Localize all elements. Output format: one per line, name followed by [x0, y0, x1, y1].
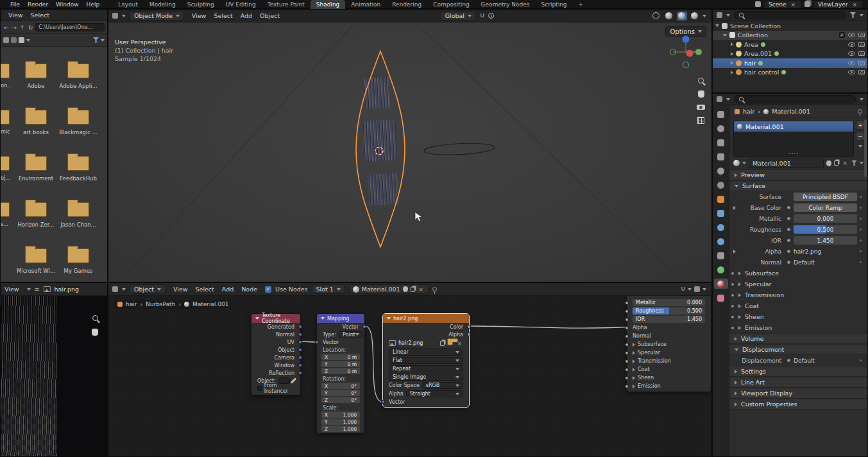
disable-render-icon[interactable] [858, 42, 865, 47]
editor-type-icon[interactable] [717, 12, 722, 18]
menu-item[interactable]: Select [210, 12, 236, 19]
path-field[interactable]: C:\Users\Jason\One... [35, 23, 105, 31]
folder-item[interactable]: Environment [15, 148, 57, 194]
property-row[interactable]: Roughness 0.500 [729, 224, 867, 235]
node-canvas[interactable]: hair › NurbsPath › Material.001 Texture … [108, 296, 711, 456]
property-row[interactable]: Surface Principled BSDF [729, 191, 867, 202]
mode-selector[interactable]: Object Mode [130, 11, 184, 21]
filter-icon[interactable] [93, 37, 99, 43]
shading-material-preview-button[interactable] [677, 12, 687, 21]
properties-tab[interactable] [714, 208, 728, 218]
property-value[interactable]: Default [794, 356, 857, 365]
remove-slot-button[interactable]: − [856, 132, 865, 141]
workspace-tab[interactable]: Rendering [386, 0, 427, 9]
location-value-field[interactable]: X0 m [321, 354, 360, 360]
expand-caret-icon[interactable] [731, 71, 733, 74]
panel-header[interactable]: Custom Properties [729, 399, 867, 410]
shading-caret-icon[interactable] [702, 15, 706, 17]
image-option-dropdown[interactable]: Linear [389, 349, 463, 356]
snap-magnet-icon[interactable]: ∩ [681, 286, 685, 293]
shading-rendered-button[interactable] [690, 12, 700, 21]
nav-forward-icon[interactable]: → [12, 24, 18, 31]
workspace-tab[interactable]: Scripting [536, 0, 573, 9]
workspace-tab[interactable]: Compositing [427, 0, 475, 9]
properties-tab[interactable] [714, 264, 728, 275]
image-option-dropdown[interactable]: Repeat [389, 365, 463, 372]
material-name-field[interactable]: Material.001 [749, 159, 824, 168]
pin-icon[interactable] [858, 109, 862, 114]
folder-item[interactable]: My Games [57, 241, 99, 282]
input-socket[interactable] [625, 301, 629, 305]
use-nodes-checkbox[interactable]: ✓ [265, 286, 271, 293]
resize-grip[interactable] [788, 153, 799, 155]
shading-wireframe-button[interactable] [651, 12, 661, 21]
options-caret-icon[interactable] [860, 98, 864, 101]
property-value[interactable]: 0.000 [794, 214, 857, 223]
bsdf-slider-row[interactable]: Metallic0.000 [627, 298, 711, 307]
fake-user-icon[interactable] [403, 286, 408, 292]
folder-item[interactable]: Jason Chan... [57, 194, 99, 241]
filter-caret-icon[interactable] [101, 39, 105, 42]
property-value[interactable]: Color Ramp [794, 203, 857, 212]
outliner-row[interactable]: Collection ✓ [713, 31, 867, 40]
animate-dot[interactable] [857, 229, 864, 230]
panel-preview[interactable]: Preview [729, 169, 867, 180]
hide-eye-icon[interactable] [848, 70, 855, 74]
collapse-caret-icon[interactable] [387, 317, 391, 320]
panel-displacement[interactable]: Displacement [729, 344, 867, 355]
rotation-value-field[interactable]: X0° [321, 383, 360, 389]
bsdf-section-row[interactable]: Transmission [627, 357, 711, 365]
nodetree-filter-icon[interactable] [851, 160, 857, 166]
exclude-checkbox[interactable]: ✓ [839, 32, 845, 38]
animate-dot[interactable] [857, 261, 864, 263]
subpanel-header[interactable]: Emission [729, 322, 867, 333]
shading-solid-button[interactable] [664, 12, 674, 21]
menu-item[interactable]: Help [83, 1, 104, 8]
unlink-material-icon[interactable]: × [418, 286, 425, 293]
outliner-row[interactable]: Area.001 ✓ [713, 49, 867, 59]
properties-tab[interactable] [714, 180, 728, 190]
material-slot-active[interactable]: Material.001 [734, 121, 853, 132]
expand-caret-icon[interactable] [731, 52, 733, 56]
expand-caret-icon[interactable] [633, 384, 635, 388]
remove-viewlayer-icon[interactable]: × [851, 1, 858, 8]
editor-type-icon[interactable] [112, 286, 118, 292]
hide-eye-icon[interactable] [848, 61, 855, 65]
menu-item[interactable]: View [4, 12, 27, 19]
unlink-material-icon[interactable]: × [841, 160, 849, 166]
animate-dot[interactable] [857, 196, 864, 198]
properties-tab[interactable] [714, 151, 728, 162]
image-option-dropdown[interactable]: Single Image [389, 374, 463, 381]
zoom-tool-icon[interactable] [698, 78, 704, 83]
output-socket[interactable] [298, 371, 302, 375]
hide-eye-icon[interactable] [848, 42, 855, 47]
hide-eye-icon[interactable] [848, 51, 855, 56]
bsdf-section-row[interactable]: Coat [627, 365, 711, 374]
properties-tab[interactable] [714, 236, 728, 246]
panel-socket[interactable] [625, 368, 629, 372]
bsdf-slider-row[interactable]: IOR1.450 [627, 315, 711, 323]
zoom-tool-icon[interactable] [92, 315, 98, 321]
bsdf-slider-row[interactable]: Roughness0.500 [627, 307, 711, 315]
disable-render-icon[interactable] [858, 70, 865, 74]
camera-view-icon[interactable] [697, 105, 705, 110]
properties-tab[interactable] [714, 166, 728, 176]
nav-back-icon[interactable]: ← [3, 24, 10, 31]
workspace-tab[interactable]: Geometry Nodes [475, 0, 536, 9]
viewport-3d[interactable]: Object Mode ViewSelectAddObject Global ∩… [108, 9, 712, 282]
folder-item[interactable]: Microsoft Wi... [15, 241, 57, 282]
material-slot-list[interactable]: Material.001 [733, 121, 854, 157]
orientation-selector[interactable]: Global [441, 11, 476, 21]
panel-socket[interactable] [625, 343, 629, 347]
input-socket[interactable] [625, 334, 629, 338]
hair-texture-preview[interactable] [1, 296, 57, 456]
pan-hand-icon[interactable] [698, 91, 704, 98]
workspace-tab[interactable]: Sculpting [182, 0, 220, 9]
output-socket[interactable] [298, 356, 302, 359]
menu-item[interactable]: Select [27, 12, 53, 19]
shader-type-selector[interactable]: Object [130, 284, 166, 294]
snap-magnet-icon[interactable]: ∩ [480, 12, 484, 19]
browse-caret-icon[interactable] [742, 162, 746, 164]
bsdf-input-row[interactable]: Normal [627, 332, 711, 340]
input-socket[interactable] [315, 340, 319, 344]
